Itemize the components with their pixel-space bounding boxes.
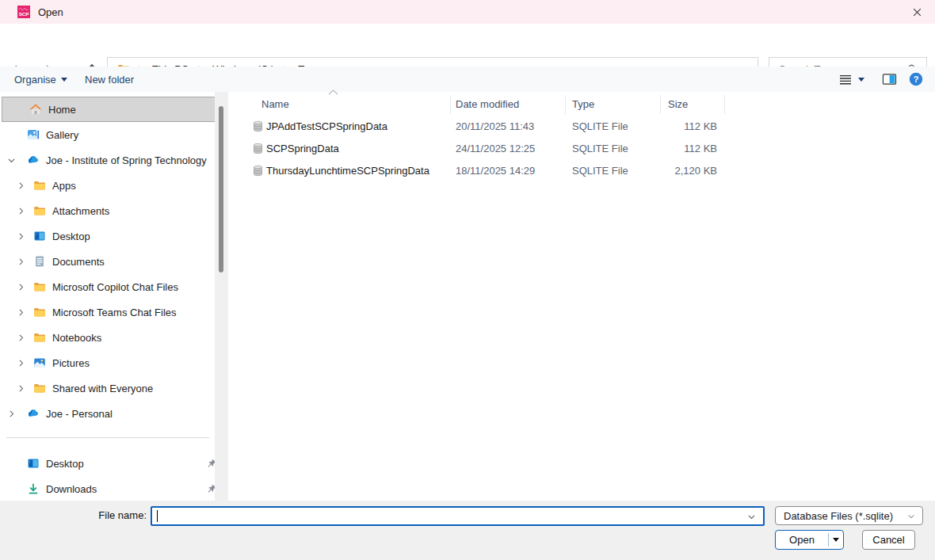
sidebar-item-pictures[interactable]: Pictures xyxy=(0,350,216,375)
sidebar-item-label: Microsoft Teams Chat Files xyxy=(52,307,177,318)
chevron-right-icon[interactable] xyxy=(16,358,26,368)
new-folder-button[interactable]: New folder xyxy=(85,67,134,92)
svg-text:?: ? xyxy=(914,74,919,84)
chevron-right-icon[interactable] xyxy=(16,181,26,191)
sidebar-item-downloads[interactable]: Downloads xyxy=(0,476,216,501)
sidebar-item-joe-personal[interactable]: Joe - Personal xyxy=(0,401,216,426)
navigation-bar: This PCWindows (C:)Temp xyxy=(0,24,935,67)
file-date-modified: 20/11/2025 11:43 xyxy=(456,120,534,132)
split-divider xyxy=(828,533,829,547)
file-list: NameDate modifiedTypeSize JPAddTestSCPSp… xyxy=(228,92,935,501)
column-separator[interactable] xyxy=(660,95,661,114)
sidebar-item-desktop[interactable]: Desktop xyxy=(0,451,216,476)
open-split-dropdown-icon[interactable] xyxy=(833,538,839,542)
file-size: 2,120 KB xyxy=(624,165,717,177)
sidebar-item-label: Joe - Personal xyxy=(46,408,113,420)
sidebar-item-label: Microsoft Copilot Chat Files xyxy=(52,281,178,293)
sidebar-item-documents[interactable]: Documents xyxy=(0,249,216,274)
text-caret xyxy=(157,510,158,522)
sidebar-item-label: Joe - Institute of Spring Technology xyxy=(46,154,207,166)
sidebar-scrollbar[interactable] xyxy=(215,92,228,501)
main-area: HomeGalleryJoe - Institute of Spring Tec… xyxy=(0,92,935,501)
folder-icon xyxy=(33,280,46,293)
folder-icon xyxy=(33,331,46,344)
file-name-label: File name: xyxy=(48,506,147,525)
file-row-jpaddtestscpspringdata[interactable]: JPAddTestSCPSpringData20/11/2025 11:43SQ… xyxy=(228,116,935,138)
title-bar: SCP Open xyxy=(0,0,935,24)
column-header-size[interactable]: Size xyxy=(668,92,688,116)
folder-icon xyxy=(33,382,46,394)
sort-up-icon xyxy=(328,90,338,95)
sidebar-item-shared-with-everyone[interactable]: Shared with Everyone xyxy=(0,375,216,401)
command-toolbar: Organise New folder ? xyxy=(0,67,935,92)
dialog-footer: File name: Database Files (*.sqlite) Ope… xyxy=(0,501,935,560)
preview-pane-icon xyxy=(882,73,897,86)
details-view-icon xyxy=(838,74,853,86)
file-type: SQLITE File xyxy=(572,120,628,132)
sidebar-item-label: Apps xyxy=(52,180,76,192)
file-row-thursdaylunchtimescpspringdata[interactable]: ThursdayLunchtimeSCPSpringData18/11/2025… xyxy=(228,160,935,182)
file-row-scpspringdata[interactable]: SCPSpringData24/11/2025 12:25SQLITE File… xyxy=(228,138,935,160)
organise-button[interactable]: Organise xyxy=(14,67,67,92)
file-size: 112 KB xyxy=(624,143,717,154)
database-icon xyxy=(252,120,264,132)
file-name-input[interactable] xyxy=(157,508,735,524)
chevron-down-icon[interactable] xyxy=(6,155,17,166)
sidebar-item-microsoft-teams-chat-files[interactable]: Microsoft Teams Chat Files xyxy=(0,299,216,325)
file-size: 112 KB xyxy=(624,120,717,132)
column-separator[interactable] xyxy=(724,95,725,114)
app-icon: SCP xyxy=(17,6,30,18)
chevron-right-icon[interactable] xyxy=(16,257,26,267)
sidebar-item-desktop[interactable]: Desktop xyxy=(0,223,216,249)
navigation-pane: HomeGalleryJoe - Institute of Spring Tec… xyxy=(0,92,228,501)
open-button[interactable]: Open xyxy=(775,530,844,550)
help-button[interactable]: ? xyxy=(909,67,923,92)
chevron-right-icon[interactable] xyxy=(16,307,26,318)
sidebar-item-label: Home xyxy=(48,104,76,116)
chevron-right-icon[interactable] xyxy=(6,409,17,419)
file-name: JPAddTestSCPSpringData xyxy=(266,120,387,132)
sidebar-item-joe-institute-of-spring-technology[interactable]: Joe - Institute of Spring Technology xyxy=(0,147,216,173)
close-button[interactable] xyxy=(899,0,935,24)
preview-pane-button[interactable] xyxy=(882,67,897,92)
desktop-icon xyxy=(27,457,40,470)
column-header-type[interactable]: Type xyxy=(572,92,594,116)
chevron-down-icon xyxy=(61,78,67,82)
folder-icon xyxy=(33,306,46,318)
column-separator[interactable] xyxy=(565,95,566,114)
chevron-right-icon[interactable] xyxy=(16,231,26,242)
new-folder-label: New folder xyxy=(85,74,134,86)
chevron-down-icon[interactable] xyxy=(746,512,757,522)
column-header-date-modified[interactable]: Date modified xyxy=(456,92,519,116)
column-header-name[interactable]: Name xyxy=(261,92,289,116)
chevron-right-icon[interactable] xyxy=(16,333,26,343)
chevron-right-icon[interactable] xyxy=(16,383,26,394)
sidebar-item-label: Downloads xyxy=(46,483,97,495)
column-separator[interactable] xyxy=(450,95,451,114)
file-name: SCPSpringData xyxy=(266,143,339,154)
column-header-row: NameDate modifiedTypeSize xyxy=(228,92,935,116)
sidebar-item-label: Desktop xyxy=(46,458,84,470)
sidebar-item-apps[interactable]: Apps xyxy=(0,173,216,198)
sidebar-scrollbar-thumb[interactable] xyxy=(219,106,223,272)
database-icon xyxy=(252,143,264,154)
sidebar-item-attachments[interactable]: Attachments xyxy=(0,198,216,223)
sidebar-item-home[interactable]: Home xyxy=(2,97,219,122)
chevron-down-icon xyxy=(906,512,916,521)
sidebar-item-microsoft-copilot-chat-files[interactable]: Microsoft Copilot Chat Files xyxy=(0,274,216,299)
sidebar-item-notebooks[interactable]: Notebooks xyxy=(0,325,216,350)
open-button-label: Open xyxy=(776,531,828,549)
file-type: SQLITE File xyxy=(572,165,628,177)
chevron-right-icon[interactable] xyxy=(16,206,26,216)
views-button[interactable] xyxy=(838,67,864,92)
database-icon xyxy=(252,165,264,177)
sidebar-item-gallery[interactable]: Gallery xyxy=(0,122,216,147)
file-date-modified: 24/11/2025 12:25 xyxy=(456,143,535,154)
open-file-dialog: SCP Open This PCWindows (C:)Temp Organis… xyxy=(0,0,935,560)
chevron-right-icon[interactable] xyxy=(16,282,26,292)
file-type-dropdown[interactable]: Database Files (*.sqlite) xyxy=(775,506,923,525)
window-title: Open xyxy=(38,6,63,18)
folder-icon xyxy=(33,204,46,217)
cancel-button[interactable]: Cancel xyxy=(862,530,915,550)
file-type: SQLITE File xyxy=(572,143,628,154)
